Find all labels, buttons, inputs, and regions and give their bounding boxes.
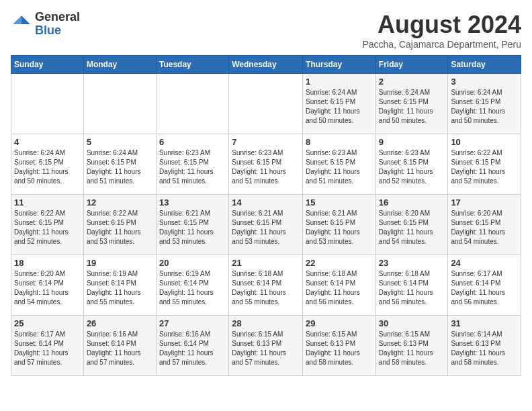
day-info: Sunrise: 6:21 AM Sunset: 6:15 PM Dayligh…	[232, 209, 300, 246]
day-info: Sunrise: 6:15 AM Sunset: 6:13 PM Dayligh…	[232, 330, 300, 367]
day-info: Sunrise: 6:20 AM Sunset: 6:15 PM Dayligh…	[379, 209, 445, 246]
calendar-week-row: 25Sunrise: 6:17 AM Sunset: 6:14 PM Dayli…	[11, 316, 521, 376]
day-info: Sunrise: 6:19 AM Sunset: 6:14 PM Dayligh…	[159, 269, 226, 307]
day-info: Sunrise: 6:24 AM Sunset: 6:15 PM Dayligh…	[379, 88, 445, 126]
day-number: 16	[379, 197, 445, 208]
calendar-day-cell: 24Sunrise: 6:17 AM Sunset: 6:14 PM Dayli…	[448, 255, 521, 316]
day-number: 5	[87, 137, 153, 147]
calendar-week-row: 1Sunrise: 6:24 AM Sunset: 6:15 PM Daylig…	[11, 74, 521, 134]
calendar-week-row: 18Sunrise: 6:20 AM Sunset: 6:14 PM Dayli…	[11, 255, 521, 316]
day-number: 28	[232, 318, 300, 328]
day-number: 21	[232, 258, 300, 268]
day-number: 22	[306, 258, 373, 268]
day-info: Sunrise: 6:21 AM Sunset: 6:15 PM Dayligh…	[159, 209, 226, 246]
calendar-day-cell: 15Sunrise: 6:21 AM Sunset: 6:15 PM Dayli…	[303, 195, 376, 255]
calendar-day-cell: 30Sunrise: 6:15 AM Sunset: 6:13 PM Dayli…	[375, 316, 448, 376]
day-number: 7	[232, 137, 300, 147]
day-number: 8	[306, 137, 373, 147]
calendar-day-cell: 9Sunrise: 6:23 AM Sunset: 6:15 PM Daylig…	[375, 134, 448, 195]
day-info: Sunrise: 6:21 AM Sunset: 6:15 PM Dayligh…	[306, 209, 373, 246]
day-of-week-header: Wednesday	[229, 56, 303, 74]
day-info: Sunrise: 6:19 AM Sunset: 6:14 PM Dayligh…	[87, 269, 153, 307]
logo-general: General	[35, 10, 80, 24]
svg-marker-0	[21, 15, 30, 24]
day-info: Sunrise: 6:24 AM Sunset: 6:15 PM Dayligh…	[451, 88, 518, 126]
calendar-day-cell	[83, 74, 156, 134]
day-info: Sunrise: 6:23 AM Sunset: 6:15 PM Dayligh…	[159, 148, 226, 186]
day-info: Sunrise: 6:15 AM Sunset: 6:13 PM Dayligh…	[379, 330, 445, 367]
calendar-table: SundayMondayTuesdayWednesdayThursdayFrid…	[11, 55, 521, 376]
day-info: Sunrise: 6:20 AM Sunset: 6:15 PM Dayligh…	[451, 209, 518, 246]
calendar-day-cell: 19Sunrise: 6:19 AM Sunset: 6:14 PM Dayli…	[83, 255, 156, 316]
day-info: Sunrise: 6:20 AM Sunset: 6:14 PM Dayligh…	[14, 269, 81, 307]
calendar-day-cell: 27Sunrise: 6:16 AM Sunset: 6:14 PM Dayli…	[156, 316, 228, 376]
calendar-day-cell: 16Sunrise: 6:20 AM Sunset: 6:15 PM Dayli…	[375, 195, 448, 255]
calendar-day-cell: 26Sunrise: 6:16 AM Sunset: 6:14 PM Dayli…	[83, 316, 156, 376]
calendar-day-cell: 10Sunrise: 6:22 AM Sunset: 6:15 PM Dayli…	[448, 134, 521, 195]
day-info: Sunrise: 6:17 AM Sunset: 6:14 PM Dayligh…	[451, 269, 518, 307]
day-number: 12	[87, 197, 153, 208]
page-header: General Blue August 2024 Paccha, Cajamar…	[11, 11, 521, 50]
day-number: 17	[451, 197, 518, 208]
day-info: Sunrise: 6:18 AM Sunset: 6:14 PM Dayligh…	[232, 269, 300, 307]
calendar-week-row: 4Sunrise: 6:24 AM Sunset: 6:15 PM Daylig…	[11, 134, 521, 195]
day-info: Sunrise: 6:16 AM Sunset: 6:14 PM Dayligh…	[159, 330, 226, 367]
day-number: 31	[451, 318, 518, 328]
calendar-day-cell: 31Sunrise: 6:14 AM Sunset: 6:13 PM Dayli…	[448, 316, 521, 376]
calendar-day-cell: 11Sunrise: 6:22 AM Sunset: 6:15 PM Dayli…	[11, 195, 84, 255]
day-number: 24	[451, 258, 518, 268]
day-number: 29	[306, 318, 373, 328]
day-info: Sunrise: 6:14 AM Sunset: 6:13 PM Dayligh…	[451, 330, 518, 367]
calendar-day-cell: 4Sunrise: 6:24 AM Sunset: 6:15 PM Daylig…	[11, 134, 84, 195]
calendar-day-cell: 13Sunrise: 6:21 AM Sunset: 6:15 PM Dayli…	[156, 195, 228, 255]
logo-blue: Blue	[35, 24, 61, 37]
title-block: August 2024 Paccha, Cajamarca Department…	[362, 11, 521, 50]
day-number: 25	[14, 318, 81, 328]
calendar-day-cell: 5Sunrise: 6:24 AM Sunset: 6:15 PM Daylig…	[83, 134, 156, 195]
calendar-day-cell: 8Sunrise: 6:23 AM Sunset: 6:15 PM Daylig…	[303, 134, 376, 195]
day-number: 4	[14, 137, 81, 147]
day-info: Sunrise: 6:18 AM Sunset: 6:14 PM Dayligh…	[379, 269, 445, 307]
calendar-day-cell: 21Sunrise: 6:18 AM Sunset: 6:14 PM Dayli…	[229, 255, 303, 316]
day-info: Sunrise: 6:24 AM Sunset: 6:15 PM Dayligh…	[14, 148, 81, 186]
day-of-week-header: Friday	[375, 56, 448, 74]
calendar-day-cell: 12Sunrise: 6:22 AM Sunset: 6:15 PM Dayli…	[83, 195, 156, 255]
calendar-week-row: 11Sunrise: 6:22 AM Sunset: 6:15 PM Dayli…	[11, 195, 521, 255]
day-info: Sunrise: 6:22 AM Sunset: 6:15 PM Dayligh…	[451, 148, 518, 186]
day-info: Sunrise: 6:17 AM Sunset: 6:14 PM Dayligh…	[14, 330, 81, 367]
day-of-week-header: Tuesday	[156, 56, 228, 74]
calendar-day-cell	[229, 74, 303, 134]
day-info: Sunrise: 6:16 AM Sunset: 6:14 PM Dayligh…	[87, 330, 153, 367]
day-number: 10	[451, 137, 518, 147]
logo: General Blue	[11, 11, 80, 38]
day-info: Sunrise: 6:23 AM Sunset: 6:15 PM Dayligh…	[306, 148, 373, 186]
day-number: 18	[14, 258, 81, 268]
day-number: 27	[159, 318, 226, 328]
day-number: 6	[159, 137, 226, 147]
calendar-day-cell: 18Sunrise: 6:20 AM Sunset: 6:14 PM Dayli…	[11, 255, 84, 316]
day-info: Sunrise: 6:23 AM Sunset: 6:15 PM Dayligh…	[379, 148, 445, 186]
month-year: August 2024	[362, 11, 521, 39]
day-number: 9	[379, 137, 445, 147]
calendar-day-cell: 29Sunrise: 6:15 AM Sunset: 6:13 PM Dayli…	[303, 316, 376, 376]
calendar-day-cell: 22Sunrise: 6:18 AM Sunset: 6:14 PM Dayli…	[303, 255, 376, 316]
day-info: Sunrise: 6:22 AM Sunset: 6:15 PM Dayligh…	[14, 209, 81, 246]
logo-text: General Blue	[35, 11, 80, 38]
day-info: Sunrise: 6:22 AM Sunset: 6:15 PM Dayligh…	[87, 209, 153, 246]
day-number: 13	[159, 197, 226, 208]
calendar-day-cell: 20Sunrise: 6:19 AM Sunset: 6:14 PM Dayli…	[156, 255, 228, 316]
day-number: 2	[379, 77, 445, 87]
logo-icon	[11, 13, 32, 35]
calendar-day-cell	[11, 74, 84, 134]
day-number: 23	[379, 258, 445, 268]
day-number: 14	[232, 197, 300, 208]
day-number: 30	[379, 318, 445, 328]
day-info: Sunrise: 6:23 AM Sunset: 6:15 PM Dayligh…	[232, 148, 300, 186]
calendar-day-cell: 28Sunrise: 6:15 AM Sunset: 6:13 PM Dayli…	[229, 316, 303, 376]
day-of-week-header: Thursday	[303, 56, 376, 74]
day-number: 3	[451, 77, 518, 87]
calendar-day-cell	[156, 74, 228, 134]
day-number: 11	[14, 197, 81, 208]
calendar-day-cell: 1Sunrise: 6:24 AM Sunset: 6:15 PM Daylig…	[303, 74, 376, 134]
day-of-week-header: Saturday	[448, 56, 521, 74]
